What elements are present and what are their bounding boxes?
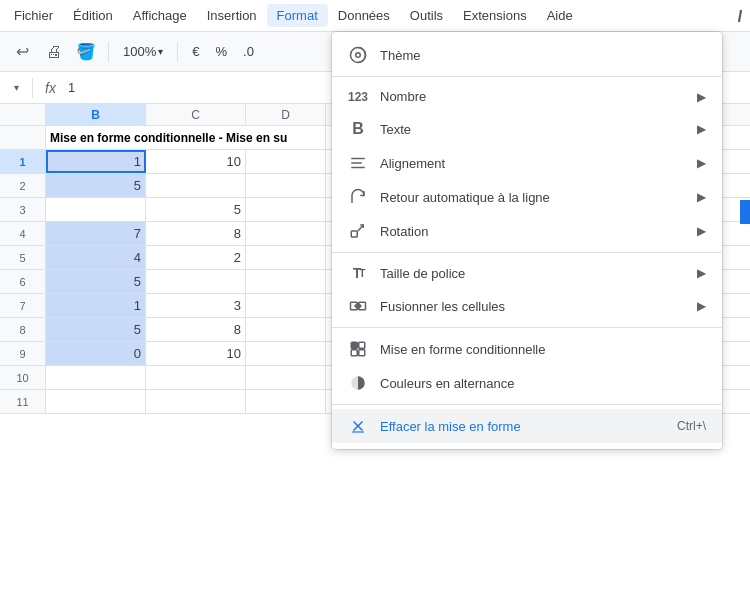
row-6-num: 6 xyxy=(0,270,46,293)
cell-c8[interactable]: 8 xyxy=(146,318,246,341)
cell-d2[interactable] xyxy=(246,174,326,197)
col-header-c[interactable]: C xyxy=(146,104,246,125)
cell-b11[interactable] xyxy=(46,390,146,413)
row-3-num: 3 xyxy=(0,198,46,221)
menu-aide[interactable]: Aide xyxy=(537,4,583,27)
menu-donnees[interactable]: Données xyxy=(328,4,400,27)
theme-label: Thème xyxy=(380,48,706,63)
cell-c6[interactable] xyxy=(146,270,246,293)
cell-b3[interactable] xyxy=(46,198,146,221)
cell-d9[interactable] xyxy=(246,342,326,365)
alternance-label: Couleurs en alternance xyxy=(380,376,706,391)
cell-d6[interactable] xyxy=(246,270,326,293)
effacer-label: Effacer la mise en forme xyxy=(380,419,706,434)
decimal-button[interactable]: .0 xyxy=(237,42,260,61)
row-4-num: 4 xyxy=(0,222,46,245)
format-dropdown-menu: Thème 123 Nombre ▶ B Texte ▶ Alignement … xyxy=(332,32,722,449)
menu-fichier[interactable]: Fichier xyxy=(4,4,63,27)
cell-d7[interactable] xyxy=(246,294,326,317)
separator-2 xyxy=(177,42,178,62)
row-num-header xyxy=(0,104,46,125)
menu-item-alternance[interactable]: Couleurs en alternance xyxy=(332,366,722,400)
rotation-label: Rotation xyxy=(380,224,706,239)
menu-format[interactable]: Format xyxy=(267,4,328,27)
menu-insertion[interactable]: Insertion xyxy=(197,4,267,27)
menu-edition[interactable]: Édition xyxy=(63,4,123,27)
zoom-selector[interactable]: 100% ▾ xyxy=(117,42,169,61)
cell-d1[interactable] xyxy=(246,150,326,173)
cell-d3[interactable] xyxy=(246,198,326,221)
currency-button[interactable]: € xyxy=(186,42,205,61)
menu-item-texte[interactable]: B Texte ▶ xyxy=(332,112,722,146)
cell-c3[interactable]: 5 xyxy=(146,198,246,221)
row-num-title xyxy=(0,126,46,149)
cell-b2[interactable]: 5 xyxy=(46,174,146,197)
menu-outils[interactable]: Outils xyxy=(400,4,453,27)
paint-format-button[interactable]: 🪣 xyxy=(72,38,100,66)
cell-d8[interactable] xyxy=(246,318,326,341)
cell-b10[interactable] xyxy=(46,366,146,389)
cell-c5[interactable]: 2 xyxy=(146,246,246,269)
menu-item-conditionnelle[interactable]: Mise en forme conditionnelle xyxy=(332,332,722,366)
texte-arrow: ▶ xyxy=(697,122,706,136)
cell-b6[interactable]: 5 xyxy=(46,270,146,293)
svg-rect-9 xyxy=(351,342,357,348)
percent-button[interactable]: % xyxy=(209,42,233,61)
cell-d4[interactable] xyxy=(246,222,326,245)
texte-icon: B xyxy=(348,120,368,138)
cell-d10[interactable] xyxy=(246,366,326,389)
name-box-dropdown[interactable]: ▾ xyxy=(8,74,24,102)
menu-item-taille[interactable]: TT Taille de police ▶ xyxy=(332,257,722,289)
menu-item-alignement[interactable]: Alignement ▶ xyxy=(332,146,722,180)
taille-arrow: ▶ xyxy=(697,266,706,280)
cell-c10[interactable] xyxy=(146,366,246,389)
separator-1 xyxy=(108,42,109,62)
italic-button[interactable]: I xyxy=(738,8,742,26)
scroll-indicator xyxy=(740,200,750,224)
cell-d11[interactable] xyxy=(246,390,326,413)
col-header-d[interactable]: D xyxy=(246,104,326,125)
cell-b9[interactable]: 0 xyxy=(46,342,146,365)
cell-c4[interactable]: 8 xyxy=(146,222,246,245)
cell-c11[interactable] xyxy=(146,390,246,413)
cell-b5[interactable]: 4 xyxy=(46,246,146,269)
effacer-shortcut: Ctrl+\ xyxy=(677,419,706,433)
nombre-arrow: ▶ xyxy=(697,90,706,104)
undo-button[interactable]: ↩ xyxy=(8,38,36,66)
menu-extensions[interactable]: Extensions xyxy=(453,4,537,27)
row-7-num: 7 xyxy=(0,294,46,317)
menu-item-retour[interactable]: Retour automatique à la ligne ▶ xyxy=(332,180,722,214)
nombre-label: Nombre xyxy=(380,89,706,104)
divider-3 xyxy=(332,327,722,328)
menu-item-nombre[interactable]: 123 Nombre ▶ xyxy=(332,81,722,112)
fx-label: fx xyxy=(41,80,60,96)
menu-item-effacer[interactable]: Effacer la mise en forme Ctrl+\ xyxy=(332,409,722,443)
alignement-arrow: ▶ xyxy=(697,156,706,170)
menu-item-fusionner[interactable]: Fusionner les cellules ▶ xyxy=(332,289,722,323)
cell-b7[interactable]: 1 xyxy=(46,294,146,317)
row-9-num: 9 xyxy=(0,342,46,365)
cell-b4[interactable]: 7 xyxy=(46,222,146,245)
svg-rect-12 xyxy=(359,350,365,356)
print-button[interactable]: 🖨 xyxy=(40,38,68,66)
rotation-arrow: ▶ xyxy=(697,224,706,238)
cell-c2[interactable] xyxy=(146,174,246,197)
menubar: Fichier Édition Affichage Insertion Form… xyxy=(0,0,750,32)
svg-rect-11 xyxy=(351,350,357,356)
cell-c7[interactable]: 3 xyxy=(146,294,246,317)
svg-rect-10 xyxy=(359,342,365,348)
cell-d5[interactable] xyxy=(246,246,326,269)
cell-b8[interactable]: 5 xyxy=(46,318,146,341)
svg-point-1 xyxy=(356,53,361,58)
title-cell[interactable]: Mise en forme conditionnelle - Mise en s… xyxy=(46,126,326,149)
cell-b1[interactable]: 1 xyxy=(46,150,146,173)
fusionner-label: Fusionner les cellules xyxy=(380,299,706,314)
menu-affichage[interactable]: Affichage xyxy=(123,4,197,27)
effacer-icon xyxy=(348,417,368,435)
cell-c9[interactable]: 10 xyxy=(146,342,246,365)
menu-item-theme[interactable]: Thème xyxy=(332,38,722,72)
menu-item-rotation[interactable]: Rotation ▶ xyxy=(332,214,722,248)
col-header-b[interactable]: B xyxy=(46,104,146,125)
cell-c1[interactable]: 10 xyxy=(146,150,246,173)
taille-icon: TT xyxy=(348,265,368,281)
